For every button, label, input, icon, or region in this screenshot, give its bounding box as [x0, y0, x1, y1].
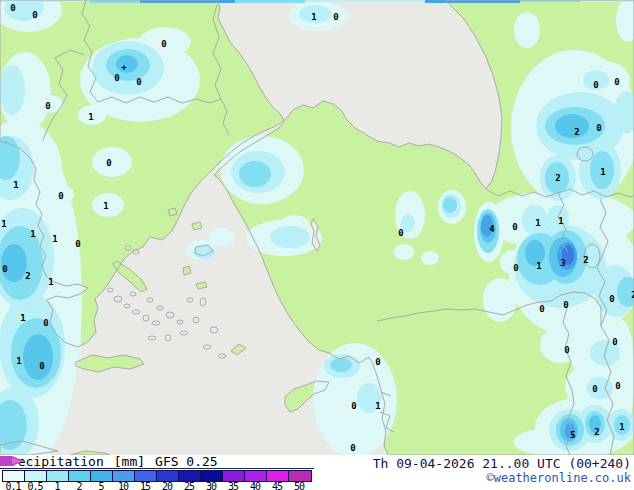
precip-value: 0: [114, 73, 119, 83]
precip-value: 0: [351, 401, 356, 411]
scale-cell: [135, 471, 157, 481]
precip-value: 0: [563, 300, 568, 310]
scale-cell: [179, 471, 201, 481]
scale-tick-labels: 0.10.5125101520253035404550: [2, 481, 310, 490]
precip-value: 0: [106, 158, 111, 168]
scale-cell: [157, 471, 179, 481]
precip-value: 0: [615, 381, 620, 391]
scale-cell: [91, 471, 113, 481]
precip-value: 0: [596, 123, 601, 133]
legend-title: Precipitation[mm]GFS 0.25: [2, 454, 228, 469]
precip-value: 0: [10, 3, 15, 13]
scale-cell: [223, 471, 245, 481]
precip-value: 1: [558, 216, 563, 226]
scale-tick-label: 45: [266, 481, 288, 490]
scale-tick-label: 1: [46, 481, 68, 490]
scale-tick-label: 2: [68, 481, 90, 490]
precip-value: 1: [619, 422, 624, 432]
precip-value: 2: [574, 127, 579, 137]
precip-value: 5: [570, 430, 575, 440]
precip-value: 1: [536, 261, 541, 271]
scale-cell: [47, 471, 69, 481]
precip-value: 2: [25, 271, 30, 281]
scale-tick-label: 15: [134, 481, 156, 490]
precip-value: 0: [593, 80, 598, 90]
scale-cell: [25, 471, 47, 481]
precip-value: 1: [88, 112, 93, 122]
precip-value: 0: [375, 357, 380, 367]
precip-value: 2: [594, 427, 599, 437]
scale-tick-label: 35: [222, 481, 244, 490]
precip-value: 0: [75, 239, 80, 249]
precip-value: 1: [535, 218, 540, 228]
scale-cell: [113, 471, 135, 481]
precip-value: 0: [2, 264, 7, 274]
precip-value: 0: [592, 384, 597, 394]
precip-value: 0: [45, 101, 50, 111]
precip-value: 0: [564, 345, 569, 355]
precip-value: 1: [600, 167, 605, 177]
precip-value: 0: [539, 304, 544, 314]
precip-value: 4: [489, 224, 495, 234]
precip-value: 0: [512, 222, 517, 232]
scale-tick-label: 30: [200, 481, 222, 490]
precip-value: 1: [20, 313, 25, 323]
precip-value: 0: [612, 337, 617, 347]
legend-bar: Precipitation[mm]GFS 0.25 0.10.512510152…: [0, 455, 634, 490]
copyright-text: ©weatheronline.co.uk: [487, 471, 632, 485]
precip-value: 2: [583, 255, 588, 265]
scale-tick-label: 50: [288, 481, 310, 490]
scale-cell: [245, 471, 267, 481]
precip-value: 3: [560, 258, 565, 268]
precip-value: 1: [30, 229, 35, 239]
weather-map-screenshot: 00100+0001010111100211010000221401100132…: [0, 0, 634, 490]
scale-tick-label: 0.5: [24, 481, 46, 490]
scale-cell: [201, 471, 223, 481]
precip-value: 1: [1, 219, 6, 229]
precip-value: 1: [48, 277, 53, 287]
precip-value: 1: [16, 356, 21, 366]
scale-tick-label: 10: [112, 481, 134, 490]
precipitation-map: 00100+0001010111100211010000221401100132…: [0, 0, 634, 456]
scale-cell: [267, 471, 289, 481]
precip-value: 0: [398, 228, 403, 238]
scale-tick-label: 20: [156, 481, 178, 490]
scale-cell: [289, 471, 311, 481]
precip-value: +: [121, 62, 127, 72]
precip-value: 0: [513, 263, 518, 273]
scale-tick-label: 40: [244, 481, 266, 490]
precip-value: 1: [375, 401, 380, 411]
precip-value: 1: [103, 201, 108, 211]
precip-value: 0: [58, 191, 63, 201]
legend-title-unit: [mm]: [114, 454, 145, 469]
precip-value: 0: [609, 294, 614, 304]
precip-value: 0: [161, 39, 166, 49]
precip-value: 0: [39, 361, 44, 371]
scale-tick-label: 5: [90, 481, 112, 490]
scale-tick-label: 25: [178, 481, 200, 490]
precip-value: 0: [136, 77, 141, 87]
precip-value: 0: [333, 12, 338, 22]
precip-value: 1: [311, 12, 316, 22]
precip-value: 2: [555, 173, 560, 183]
legend-rule: [0, 468, 314, 469]
forecast-datetime: Th 09-04-2026 21..00 UTC (00+240): [373, 456, 631, 471]
scale-tick-label: 0.1: [2, 481, 24, 490]
scale-cell: [69, 471, 91, 481]
scale-cell: [3, 471, 25, 481]
precip-value: 1: [52, 234, 57, 244]
precip-value: 0: [43, 318, 48, 328]
precip-value: 0: [32, 10, 37, 20]
legend-title-model: GFS 0.25: [155, 454, 218, 469]
precip-value: 1: [13, 180, 18, 190]
precip-value: 0: [350, 443, 355, 453]
precip-value: 0: [614, 77, 619, 87]
scale-arrow-icon: [0, 455, 26, 467]
